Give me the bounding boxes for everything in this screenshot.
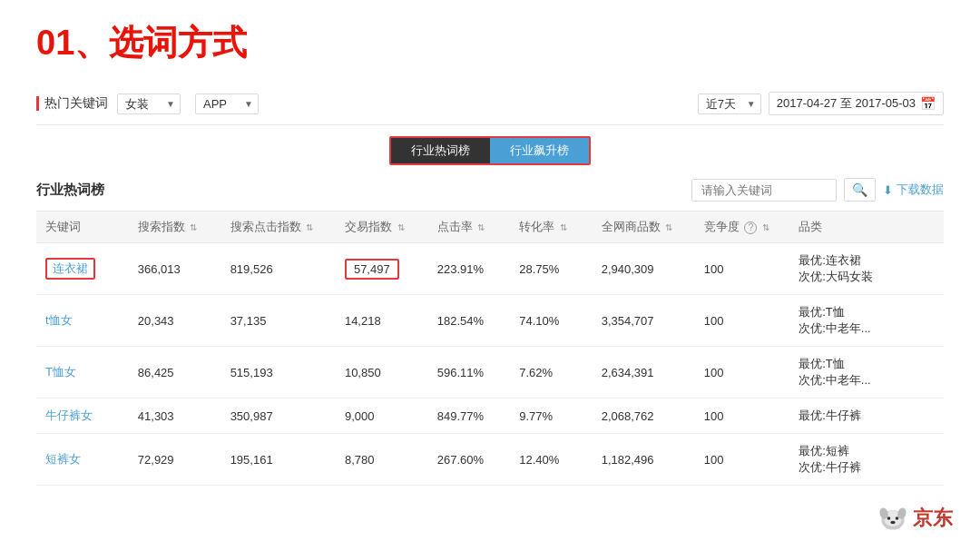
cell-search-index: 86,425: [129, 347, 221, 398]
tab-container: 行业热词榜 行业飙升榜: [389, 136, 591, 165]
category-line: 最优:T恤: [799, 356, 935, 372]
cell-keyword: 牛仔裤女: [36, 398, 129, 434]
cell-trade-index: 8,780: [336, 434, 428, 486]
download-button[interactable]: ⬇ 下载数据: [883, 182, 944, 198]
cell-competition: 100: [695, 243, 789, 295]
cell-total-items: 1,182,496: [593, 434, 695, 486]
trade-index-value: 14,218: [345, 314, 381, 328]
category-line: 最优:短裤: [799, 443, 935, 459]
th-cvr[interactable]: 转化率 ⇅: [510, 212, 593, 243]
table-row: 牛仔裤女 41,303 350,987 9,000 849.77% 9.77% …: [36, 398, 944, 434]
sort-icon-cvr: ⇅: [560, 222, 567, 232]
table-header-row: 关键词 搜索指数 ⇅ 搜索点击指数 ⇅ 交易指数 ⇅ 点击率 ⇅: [36, 212, 944, 243]
tab-industry-rise[interactable]: 行业飙升榜: [490, 138, 589, 163]
cell-click-index: 515,193: [221, 347, 336, 398]
table-header: 关键词 搜索指数 ⇅ 搜索点击指数 ⇅ 交易指数 ⇅ 点击率 ⇅: [36, 212, 944, 243]
th-total-items[interactable]: 全网商品数 ⇅: [593, 212, 695, 243]
trade-index-value: 9,000: [345, 409, 375, 423]
cell-ctr: 223.91%: [428, 243, 511, 295]
keyword-link[interactable]: T恤女: [45, 365, 76, 379]
cell-ctr: 849.77%: [428, 398, 511, 434]
trade-index-value: 8,780: [345, 453, 375, 467]
keyword-link[interactable]: 短裤女: [45, 452, 81, 466]
category-line: 次优:大码女装: [799, 269, 935, 285]
table-row: t恤女 20,343 37,135 14,218 182.54% 74.10% …: [36, 295, 944, 347]
cell-trade-index: 14,218: [336, 295, 428, 347]
jd-brand-text: 京东: [913, 505, 953, 532]
table-body: 连衣裙 366,013 819,526 57,497 223.91% 28.75…: [36, 243, 944, 486]
cell-category: 最优:T恤次优:中老年...: [789, 295, 944, 347]
cell-keyword: 短裤女: [36, 434, 129, 486]
sort-icon-ctr: ⇅: [477, 222, 485, 232]
svg-point-5: [896, 517, 899, 520]
cell-total-items: 3,354,707: [593, 295, 695, 347]
cell-search-index: 366,013: [129, 243, 221, 295]
cell-keyword: 连衣裙: [36, 243, 129, 295]
search-button[interactable]: 🔍: [844, 178, 876, 202]
cell-keyword: T恤女: [36, 347, 129, 398]
cell-category: 最优:短裤次优:牛仔裤: [789, 434, 944, 486]
table-row: T恤女 86,425 515,193 10,850 596.11% 7.62% …: [36, 347, 944, 398]
cell-click-index: 819,526: [221, 243, 336, 295]
category-line: 次优:牛仔裤: [799, 459, 935, 476]
data-table: 关键词 搜索指数 ⇅ 搜索点击指数 ⇅ 交易指数 ⇅ 点击率 ⇅: [36, 211, 944, 486]
th-click-index[interactable]: 搜索点击指数 ⇅: [221, 212, 336, 243]
svg-point-6: [890, 521, 895, 525]
sort-icon-trade: ⇅: [397, 222, 405, 232]
cell-competition: 100: [695, 295, 789, 347]
category-line: 次优:中老年...: [799, 320, 935, 337]
cell-competition: 100: [695, 347, 789, 398]
search-area: 🔍 ⬇ 下载数据: [691, 178, 944, 202]
th-competition[interactable]: 竞争度 ? ⇅: [695, 212, 789, 243]
keyword-search-input[interactable]: [691, 179, 837, 202]
cell-ctr: 182.54%: [428, 295, 511, 347]
section-title: 行业热词榜: [36, 182, 104, 199]
sort-icon-search: ⇅: [190, 222, 197, 232]
th-category: 品类: [789, 212, 944, 243]
cell-cvr: 12.40%: [510, 434, 593, 486]
help-icon-competition[interactable]: ?: [744, 221, 757, 234]
date-range-area: 近7天 ▼ 2017-04-27 至 2017-05-03 📅: [698, 92, 944, 115]
download-icon: ⬇: [883, 183, 893, 197]
th-search-index[interactable]: 搜索指数 ⇅: [129, 212, 221, 243]
cell-cvr: 7.62%: [510, 347, 593, 398]
date-range-select[interactable]: 近7天: [698, 93, 761, 114]
cell-trade-index: 10,850: [336, 347, 428, 398]
cell-competition: 100: [695, 434, 789, 486]
platform-select-wrapper: APP ▼: [195, 93, 259, 114]
date-from-to: 2017-04-27 至 2017-05-03: [777, 95, 916, 112]
table-row: 连衣裙 366,013 819,526 57,497 223.91% 28.75…: [36, 243, 944, 295]
tab-industry-hot[interactable]: 行业热词榜: [391, 138, 490, 163]
cell-category: 最优:牛仔裤: [789, 398, 944, 434]
keyword-link[interactable]: t恤女: [45, 313, 73, 327]
th-ctr[interactable]: 点击率 ⇅: [428, 212, 511, 243]
sort-icon-comp: ⇅: [762, 222, 769, 232]
download-label: 下载数据: [897, 182, 944, 198]
cell-category: 最优:连衣裙次优:大码女装: [789, 243, 944, 295]
jd-logo-area: 京东: [877, 502, 953, 535]
category-line: 最优:牛仔裤: [799, 408, 935, 424]
jd-dog-logo: [877, 502, 909, 535]
trade-index-value: 10,850: [345, 366, 381, 379]
category-line: 最优:T恤: [799, 304, 935, 320]
platform-select[interactable]: APP: [195, 93, 259, 114]
section-header: 行业热词榜 🔍 ⬇ 下载数据: [36, 165, 944, 211]
category-select-wrapper: 女装 ▼: [117, 93, 181, 114]
filter-bar: 热门关键词 女装 ▼ APP ▼ 近7天 ▼ 2017-04-27 至 2017…: [36, 83, 944, 125]
keyword-link[interactable]: 连衣裙: [45, 258, 95, 280]
page-title: 01、选词方式: [0, 0, 980, 83]
cell-total-items: 2,068,762: [593, 398, 695, 434]
cell-keyword: t恤女: [36, 295, 129, 347]
cell-search-index: 72,929: [129, 434, 221, 486]
th-trade-index[interactable]: 交易指数 ⇅: [336, 212, 428, 243]
calendar-icon: 📅: [920, 96, 936, 111]
category-select[interactable]: 女装: [117, 93, 181, 114]
date-text-display[interactable]: 2017-04-27 至 2017-05-03 📅: [769, 92, 944, 115]
table-row: 短裤女 72,929 195,161 8,780 267.60% 12.40% …: [36, 434, 944, 486]
sort-icon-click: ⇅: [306, 222, 313, 232]
cell-trade-index: 57,497: [336, 243, 428, 295]
th-keyword: 关键词: [36, 212, 129, 243]
keyword-link[interactable]: 牛仔裤女: [45, 408, 93, 422]
cell-total-items: 2,940,309: [593, 243, 695, 295]
cell-click-index: 195,161: [221, 434, 336, 486]
